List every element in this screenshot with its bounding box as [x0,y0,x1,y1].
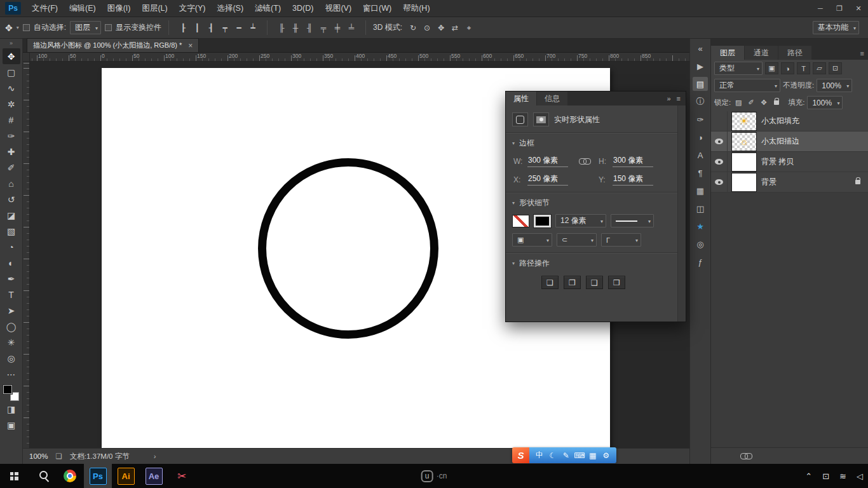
history-brush-tool[interactable]: ↺ [3,191,20,207]
menu-file[interactable]: 文件(F) [26,0,64,17]
blend-mode-dropdown[interactable]: 正常 [714,79,780,92]
y-field[interactable]: 150 像素 [613,173,653,186]
tab-layers[interactable]: 图层 [711,46,744,60]
tab-info[interactable]: 信息 [537,92,567,105]
mode-3d-4-icon[interactable]: ⌖ [462,22,476,34]
layer-row[interactable]: 背景 拷贝 [711,152,868,172]
show-transform-checkbox[interactable] [105,24,112,31]
ime-keyboard-icon[interactable]: ⌨ [574,451,585,460]
auto-select-target-dropdown[interactable]: 图层 [70,21,101,34]
info-panel-icon[interactable]: ⓘ [693,95,708,109]
stroke-corners-dropdown[interactable]: Γ [601,233,641,247]
actions-panel-icon[interactable]: ▶ [693,59,708,73]
menu-3d[interactable]: 3D(D) [287,0,319,17]
paragraph-panel-icon[interactable]: ¶ [693,166,708,180]
blur-tool[interactable]: ◔ [3,239,20,255]
distribute-5-icon[interactable]: ╧ [344,22,358,34]
filter-adjustment-layers-icon[interactable]: ◑ [781,62,794,74]
scissors-app[interactable]: ✂ [168,464,196,488]
layer-thumbnail[interactable] [731,152,757,172]
distribute-0-icon[interactable]: ╟ [275,22,288,34]
menu-view[interactable]: 视图(V) [319,0,357,17]
tray-volume-icon[interactable]: ◁ [857,471,863,481]
ime-halfmoon-icon[interactable]: ☾ [547,451,559,460]
zoom-level-field[interactable]: 100% [29,452,48,460]
quick-selection-tool[interactable]: ✲ [3,96,20,112]
gradient-tool[interactable]: ▧ [3,223,20,239]
path-operations-section-header[interactable]: ▾ 路径操作 [512,258,671,269]
tab-paths[interactable]: 路径 [778,46,811,60]
aftereffects-app[interactable]: Ae [140,464,168,488]
live-shape-button[interactable] [512,112,528,126]
mask-properties-button[interactable] [533,112,549,126]
more-tools[interactable]: ⋯ [3,366,20,382]
align-5-icon[interactable]: ┷ [246,22,260,34]
align-1-icon[interactable]: ┃ [190,22,204,34]
shape-details-section-header[interactable]: ▾ 形状细节 [512,198,671,208]
eraser-tool[interactable]: ◪ [3,207,20,223]
tray-chevron-icon[interactable]: ⌃ [805,471,812,481]
panel-menu-icon[interactable]: ≡ [860,50,864,57]
move-tool[interactable]: ✥ [3,48,20,64]
clone-stamp-tool[interactable]: ⌂ [3,175,20,191]
quick-mask-button[interactable]: ◨ [3,401,20,417]
ime-chinese-mode-icon[interactable]: 中 [534,450,545,461]
close-button[interactable]: ✕ [849,0,868,17]
filter-type-dropdown[interactable]: 类型 [714,62,763,75]
lock-all-icon[interactable] [771,97,782,108]
lock-paint-icon[interactable]: ✐ [746,97,756,108]
filter-smart-objects-icon[interactable]: ⊡ [829,62,842,74]
mode-3d-3-icon[interactable]: ⇄ [448,22,462,34]
menu-layer[interactable]: 图层(L) [136,0,173,17]
zoom-tool[interactable]: ◎ [3,350,20,366]
mode-3d-1-icon[interactable]: ⊙ [420,22,434,34]
collapse-dock-icon[interactable]: « [693,41,708,55]
ime-pen-icon[interactable]: ✎ [560,451,572,460]
path-selection-tool[interactable]: ➤ [3,302,20,318]
libraries-panel-icon[interactable]: ★ [693,219,708,233]
foreground-color-swatch[interactable] [3,385,12,394]
menu-select[interactable]: 选择(S) [211,0,249,17]
mode-3d-0-icon[interactable]: ↻ [406,22,420,34]
lasso-tool[interactable]: ∿ [3,80,20,96]
menu-window[interactable]: 窗口(W) [357,0,397,17]
fill-dropdown[interactable]: 100% [807,96,843,109]
menu-edit[interactable]: 编辑(E) [64,0,102,17]
link-dimensions-icon[interactable] [579,158,590,164]
menu-type[interactable]: 文字(Y) [173,0,212,17]
combine-shapes-button[interactable]: ❏ [541,276,559,289]
filter-shape-layers-icon[interactable]: ▱ [813,62,826,74]
marquee-tool[interactable]: ▢ [3,64,20,80]
illustrator-app[interactable]: Ai [112,464,140,488]
align-3-icon[interactable]: ┯ [218,22,232,34]
start-button[interactable] [0,464,28,488]
eyedropper-tool[interactable]: ✑ [3,128,20,144]
filter-type-layers-icon[interactable]: T [797,62,810,74]
tool-presets-panel-icon[interactable]: ƒ [693,255,708,269]
align-2-icon[interactable]: ┨ [204,22,218,34]
visibility-toggle[interactable] [711,111,728,131]
x-field[interactable]: 250 像素 [527,173,568,186]
stroke-align-dropdown[interactable]: ▣ [512,233,552,247]
swatches-panel-icon[interactable]: ▦ [693,184,708,198]
tray-monitor-icon[interactable]: ⊡ [822,471,829,481]
height-field[interactable]: 300 像素 [613,155,653,167]
pen-tool[interactable]: ✒ [3,271,20,287]
stroke-color-swatch[interactable] [534,215,551,227]
layer-row[interactable]: ☀小太阳填充 [711,111,868,132]
ime-settings-icon[interactable]: ⚙ [600,451,612,460]
tray-network-icon[interactable]: ≋ [839,471,846,481]
ellipse-tool[interactable]: ◯ [3,318,20,334]
distribute-2-icon[interactable]: ╢ [302,22,316,34]
workspace-switcher-dropdown[interactable]: 基本功能 [813,21,859,34]
clone-source-panel-icon[interactable]: ◎ [693,237,708,251]
sogou-logo-icon[interactable]: S [512,447,529,463]
ime-board-icon[interactable]: ▦ [587,451,599,460]
visibility-toggle[interactable] [711,132,728,151]
document-tab[interactable]: 描边风格小图标 @ 100% (小太阳描边, RGB/8) * × [27,38,199,52]
restore-button[interactable]: ❐ [830,0,849,17]
mode-3d-2-icon[interactable]: ✥ [434,22,448,34]
distribute-3-icon[interactable]: ╤ [316,22,330,34]
expand-tools-icon[interactable]: » [10,40,13,48]
type-tool[interactable]: T [3,287,20,302]
